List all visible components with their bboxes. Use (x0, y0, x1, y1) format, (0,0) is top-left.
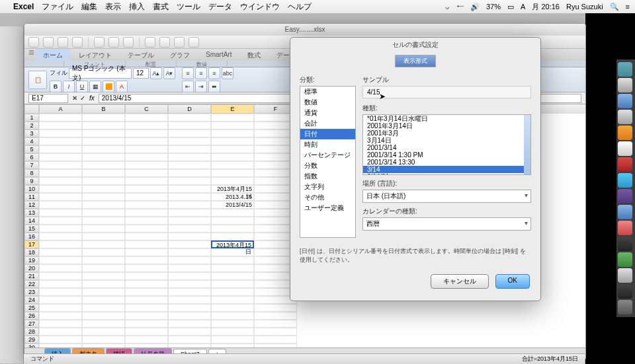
cell-D27[interactable] (168, 320, 211, 328)
indent-dec-button[interactable]: ⇤ (182, 81, 194, 92)
cell-A14[interactable] (39, 217, 82, 225)
indent-inc-button[interactable]: ⇥ (195, 81, 207, 92)
cell-B7[interactable] (82, 161, 125, 169)
dock-itunes-icon[interactable] (618, 189, 632, 203)
cell-B16[interactable] (82, 233, 125, 240)
cell-D17[interactable] (168, 240, 211, 248)
cell-D7[interactable] (168, 161, 211, 169)
dialog-tab-number[interactable]: 表示形式 (395, 55, 436, 67)
cell-A2[interactable] (39, 122, 82, 129)
row-header-24[interactable]: 24 (24, 296, 39, 304)
fx-label[interactable]: fx (89, 94, 95, 102)
row-header-11[interactable]: 11 (24, 193, 39, 201)
cell-C5[interactable] (125, 145, 168, 153)
cell-D2[interactable] (168, 122, 211, 129)
cell-C10[interactable] (125, 185, 168, 193)
type-item-7[interactable]: 3/14 (363, 166, 530, 173)
cell-E7[interactable] (211, 161, 254, 169)
cell-A9[interactable] (39, 177, 82, 185)
category-item-3[interactable]: 会計 (300, 118, 355, 129)
border-button[interactable]: ▦ (89, 81, 101, 92)
cell-C21[interactable] (125, 272, 168, 280)
row-header-7[interactable]: 7 (24, 161, 39, 169)
cell-B17[interactable] (82, 240, 125, 248)
tb-btn-11[interactable] (189, 37, 199, 48)
ribbon-handle-icon[interactable]: 𝌆 (28, 49, 35, 61)
cell-E3[interactable] (211, 129, 254, 137)
cell-F26[interactable] (254, 312, 297, 320)
dock-app8-icon[interactable] (618, 268, 632, 283)
cell-B3[interactable] (82, 129, 125, 137)
cell-E10[interactable]: 2013年4月15日 (211, 185, 254, 193)
col-header-c[interactable]: C (125, 104, 168, 114)
cell-C3[interactable] (125, 129, 168, 137)
category-item-5[interactable]: 時刻 (300, 139, 355, 150)
tb-btn-6[interactable] (108, 37, 119, 48)
row-header-19[interactable]: 19 (24, 256, 39, 264)
wifi-icon[interactable]: ⬳ (456, 3, 464, 11)
cell-B25[interactable] (82, 304, 125, 312)
cell-D12[interactable] (168, 201, 211, 209)
tb-btn-9[interactable] (159, 37, 170, 48)
type-item-5[interactable]: 2001/3/14 1:30 PM (363, 151, 530, 159)
cell-E12[interactable]: 2013/4/15 (211, 201, 254, 209)
category-item-11[interactable]: ユーザー定義 (300, 203, 355, 213)
cell-A1[interactable] (39, 114, 82, 122)
dock-trash-icon[interactable] (618, 300, 632, 314)
row-header-1[interactable]: 1 (24, 114, 39, 122)
dock-app3-icon[interactable] (618, 126, 632, 140)
cell-D14[interactable] (168, 217, 211, 225)
row-header-2[interactable]: 2 (24, 122, 39, 129)
merge-button[interactable]: ⬌ (208, 81, 220, 92)
menu-tools[interactable]: ツール (177, 1, 200, 13)
dock-app5-icon[interactable] (618, 205, 632, 219)
cell-D19[interactable] (168, 256, 211, 264)
cell-A17[interactable] (39, 240, 82, 248)
cell-D24[interactable] (168, 296, 211, 304)
cell-C22[interactable] (125, 280, 168, 288)
undo-button[interactable] (43, 37, 54, 48)
type-item-6[interactable]: 2001/3/14 13:30 (363, 159, 530, 166)
row-header-3[interactable]: 3 (24, 129, 39, 137)
cell-C15[interactable] (125, 225, 168, 233)
align-center-button[interactable]: ≡ (195, 67, 207, 79)
row-header-21[interactable]: 21 (24, 272, 39, 280)
cell-C11[interactable] (125, 193, 168, 201)
row-header-25[interactable]: 25 (24, 304, 39, 312)
cell-D18[interactable] (168, 248, 211, 256)
dock-app6-icon[interactable] (618, 221, 632, 235)
cell-E22[interactable] (211, 280, 254, 288)
cell-A4[interactable] (39, 137, 82, 145)
tb-btn-7[interactable] (123, 37, 134, 48)
cell-D23[interactable] (168, 288, 211, 296)
cell-A7[interactable] (39, 161, 82, 169)
tab-table[interactable]: テーブル (120, 49, 162, 61)
cell-E8[interactable] (211, 169, 254, 177)
row-header-9[interactable]: 9 (24, 177, 39, 185)
cell-C26[interactable] (125, 312, 168, 320)
category-item-6[interactable]: パーセンテージ (300, 150, 355, 161)
cell-B13[interactable] (82, 209, 125, 217)
row-header-5[interactable]: 5 (24, 145, 39, 153)
cell-C28[interactable] (125, 328, 168, 336)
cell-F27[interactable] (254, 320, 297, 328)
cell-D20[interactable] (168, 264, 211, 272)
locale-select[interactable]: 日本 (日本語) (362, 190, 531, 203)
cell-C7[interactable] (125, 161, 168, 169)
row-header-15[interactable]: 15 (24, 225, 39, 233)
category-item-8[interactable]: 指数 (300, 171, 355, 182)
dock-app7-icon[interactable] (618, 237, 632, 251)
cell-A15[interactable] (39, 225, 82, 233)
cell-A19[interactable] (39, 256, 82, 264)
cell-D28[interactable] (168, 328, 211, 336)
cell-B23[interactable] (82, 288, 125, 296)
cell-E9[interactable] (211, 177, 254, 185)
cell-E13[interactable] (211, 209, 254, 217)
cell-A3[interactable] (39, 129, 82, 137)
cell-C6[interactable] (125, 153, 168, 161)
tab-smartart[interactable]: SmartArt (198, 49, 239, 61)
cell-A20[interactable] (39, 264, 82, 272)
row-header-12[interactable]: 12 (24, 201, 39, 209)
dock-calendar-icon[interactable] (618, 141, 632, 156)
cell-A8[interactable] (39, 169, 82, 177)
